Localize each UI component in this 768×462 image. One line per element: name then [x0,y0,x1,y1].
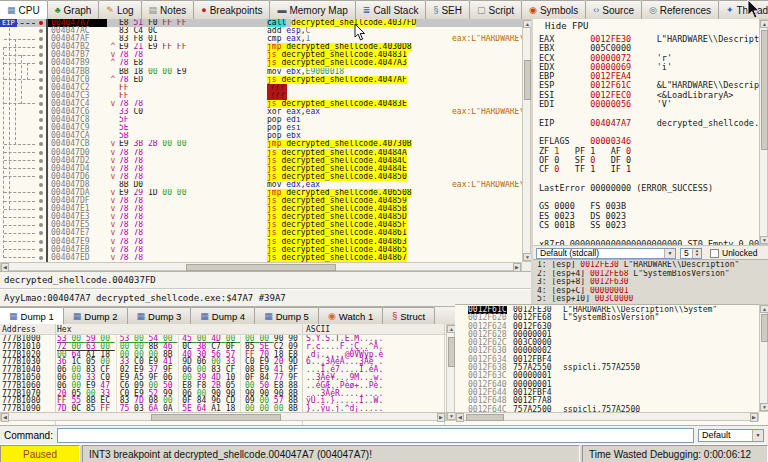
breakpoint-dot[interactable] [39,45,43,49]
breakpoint-dot[interactable] [39,199,43,203]
disasm-row[interactable]: 004047EDv78 78 js decrypted_shellcode.40… [0,254,522,262]
register-line[interactable]: EDI 00000056 'V' [539,100,759,109]
tab-threads[interactable]: ✦Threads [718,0,768,19]
tab-struct[interactable]: §Struct [382,307,435,324]
breakpoint-dot[interactable] [39,175,43,179]
breakpoint-dot[interactable] [39,215,43,219]
tab-seh[interactable]: §SEH [425,0,470,19]
register-line[interactable]: EBP 0012FEA4 [539,72,759,81]
scroll-thumb[interactable] [761,30,768,150]
tab-breakpoints[interactable]: ●Breakpoints [193,0,270,19]
breakpoint-dot[interactable] [39,191,43,195]
breakpoint-dot[interactable] [39,167,43,171]
disassembly-pane[interactable]: 004047A7E8 51 F0 FF FF call decrypted_sh… [0,19,522,262]
hide-fpu-button[interactable]: Hide FPU [545,21,588,31]
register-line[interactable] [539,109,759,118]
breakpoint-dot[interactable] [39,110,43,114]
tab-symbols[interactable]: ◉Symbols [521,0,586,19]
stack-pane[interactable]: 0012F61C0012FE30L"HARDWARE\\Description\… [455,304,768,426]
register-line[interactable]: ES 0023 DS 0023 [539,212,759,221]
stepper-arrows-icon[interactable]: ▲▼ [692,249,701,258]
arg-line[interactable]: 4: [esp+C] 00000001 [533,287,768,296]
register-line[interactable]: ESI 0012FEC0 <&LoadLibraryA> [539,91,759,100]
command-input[interactable] [57,428,694,443]
breakpoint-dot[interactable] [39,256,43,260]
register-line[interactable]: ECX 00000072 'r' [539,54,759,63]
register-line[interactable] [539,128,759,137]
unlocked-checkbox[interactable] [710,249,719,258]
breakpoint-dot[interactable] [39,231,43,235]
register-line[interactable]: EDX 00000069 'i' [539,63,759,72]
disasm-vertical-scrollbar[interactable]: ▲ ▼ [522,19,531,262]
tab-call-stack[interactable]: ≣Call Stack [355,0,427,19]
breakpoint-dot[interactable] [39,223,43,227]
register-line[interactable] [539,230,759,239]
breakpoint-dot[interactable] [39,21,43,25]
register-line[interactable]: EIP 004047A7 decrypted_shellcode.00 [539,119,759,128]
scroll-left-icon[interactable]: ◀ [456,413,464,422]
tab-notes[interactable]: ▤Notes [141,0,195,19]
tab-dump3[interactable]: ▦Dump 3 [127,307,192,324]
scroll-thumb[interactable] [761,314,768,342]
scroll-up-icon[interactable]: ▲ [760,20,768,28]
tab-watch1[interactable]: ◉Watch 1 [318,307,383,324]
register-line[interactable]: EFLAGS 00000346 [539,137,759,146]
calling-convention-select[interactable]: Default (stdcall) ▼ [536,248,676,259]
tab-dump4[interactable]: ▦Dump 4 [190,307,255,324]
tab-dump5[interactable]: ▦Dump 5 [254,307,319,324]
register-line[interactable] [539,174,759,183]
breakpoint-dot[interactable] [39,134,43,138]
scroll-thumb[interactable] [448,337,455,367]
stack-vertical-scrollbar[interactable]: ▲ ▼ [759,304,768,412]
tab-script[interactable]: ▢Script [469,0,522,19]
arg-line[interactable]: 2: [esp+4] 0012FE68 L"SystemBiosVersion" [533,270,768,279]
register-line[interactable]: EAX 0012FE30 L"HARDWARE\\Descriptio [539,35,759,44]
breakpoint-dot[interactable] [39,207,43,211]
breakpoint-dot[interactable] [39,102,43,106]
tab-dump1[interactable]: ▦Dump 1 [0,307,64,324]
dump-horizontal-scrollbar[interactable]: ◀ ▶ [0,412,446,421]
register-line[interactable]: ZF 1 PF 1 AF 0 [539,147,759,156]
breakpoint-dot[interactable] [39,126,43,130]
scroll-down-icon[interactable]: ▼ [760,403,768,411]
arg-line[interactable]: 1: [esp] 0012FE30 L"HARDWARE\\Descriptio… [533,261,768,270]
scroll-right-icon[interactable]: ▶ [750,413,758,422]
scroll-thumb[interactable] [466,414,504,421]
breakpoint-dot[interactable] [39,183,43,187]
arg-line[interactable]: 3: [esp+8] 0012F630 [533,278,768,287]
breakpoint-dot[interactable] [39,29,43,33]
tab-log[interactable]: ✎Log [98,0,141,19]
breakpoint-dot[interactable] [39,142,43,146]
register-line[interactable] [539,193,759,202]
breakpoint-dot[interactable] [39,70,43,74]
breakpoint-dot[interactable] [39,37,43,41]
breakpoint-dot[interactable] [39,159,43,163]
scroll-thumb[interactable] [524,60,531,100]
scroll-down-icon[interactable]: ▼ [760,236,768,244]
scroll-thumb[interactable] [186,264,336,271]
breakpoint-dot[interactable] [39,118,43,122]
dump-vertical-scrollbar[interactable]: ▲ ▼ [446,324,455,421]
disasm-horizontal-scrollbar[interactable]: ◀ ▶ [0,262,522,271]
tab-dump2[interactable]: ▦Dump 2 [63,307,128,324]
register-line[interactable]: EBX 005C0000 [539,44,759,53]
breakpoint-dot[interactable] [39,61,43,65]
command-profile-select[interactable]: Default ▼ [698,429,764,442]
tab-graph[interactable]: ♣Graph [47,0,100,19]
tab-cpu[interactable]: ▦CPU [0,0,48,19]
breakpoint-dot[interactable] [39,151,43,155]
arg-count-stepper[interactable]: 5 ▲▼ [680,248,702,259]
dump-pane[interactable]: ▦Dump 1▦Dump 2▦Dump 3▦Dump 4▦Dump 5◉Watc… [0,306,455,426]
arg-line[interactable]: 5: [esp+10] 003C0000 [533,295,768,304]
register-line[interactable]: CF 0 TF 1 IF 1 [539,165,759,174]
register-line[interactable]: GS 0000 FS 003B [539,202,759,211]
breakpoint-dot[interactable] [39,86,43,90]
breakpoint-dot[interactable] [39,240,43,244]
scroll-right-icon[interactable]: ▶ [437,413,445,422]
register-line[interactable]: OF 0 SF 0 DF 0 [539,156,759,165]
scroll-thumb[interactable] [151,414,281,421]
register-line[interactable]: ESP 0012F61C &L"HARDWARE\\Descripti [539,81,759,90]
scroll-left-icon[interactable]: ◀ [1,413,9,422]
breakpoint-dot[interactable] [39,53,43,57]
tab-references[interactable]: ◎References [641,0,719,19]
